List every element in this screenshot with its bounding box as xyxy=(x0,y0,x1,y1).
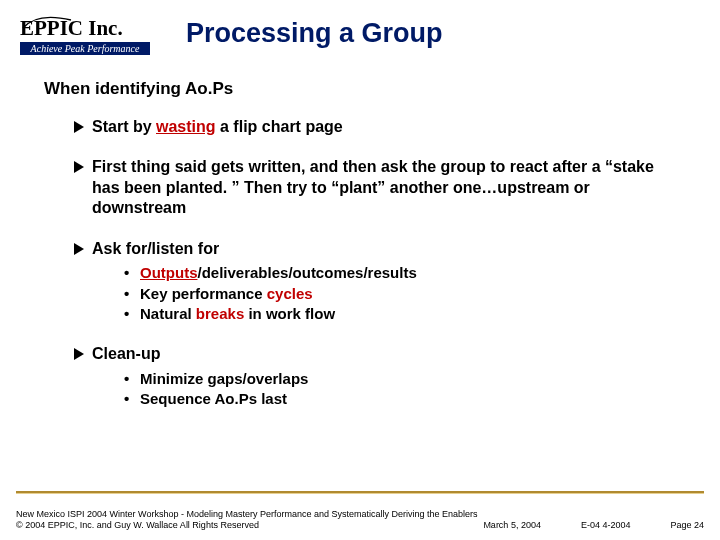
highlight-text: Outputs xyxy=(140,264,198,281)
bullet-3: Ask for/listen for Outputs/deliverables/… xyxy=(74,239,680,324)
slide-title: Processing a Group xyxy=(186,18,443,49)
sub-list: Minimize gaps/overlaps Sequence Ao.Ps la… xyxy=(92,365,680,410)
highlight-text: wasting xyxy=(156,118,216,135)
content: When identifying Ao.Ps Start by wasting … xyxy=(0,55,720,409)
sub-item: Minimize gaps/overlaps xyxy=(124,369,680,389)
text: Ask for/listen for xyxy=(92,240,219,257)
footer-date: March 5, 2004 xyxy=(463,520,541,532)
text: Key performance xyxy=(140,285,267,302)
text: a flip chart page xyxy=(216,118,343,135)
logo-tagline: Achieve Peak Performance xyxy=(20,42,150,55)
footer-page: Page 24 xyxy=(630,520,704,532)
text: Start by xyxy=(92,118,156,135)
intro-text: When identifying Ao.Ps xyxy=(44,79,680,99)
footer-copyright: © 2004 EPPIC, Inc. and Guy W. Wallace Al… xyxy=(16,520,259,532)
bullet-1: Start by wasting a flip chart page xyxy=(74,117,680,137)
text: Clean-up xyxy=(92,345,160,362)
sub-item: Natural breaks in work flow xyxy=(124,304,680,324)
text: in work flow xyxy=(244,305,335,322)
bullet-4: Clean-up Minimize gaps/overlaps Sequence… xyxy=(74,344,680,409)
footer-meta: © 2004 EPPIC, Inc. and Guy W. Wallace Al… xyxy=(16,520,704,532)
sub-item: Sequence Ao.Ps last xyxy=(124,389,680,409)
sub-list: Outputs/deliverables/outcomes/results Ke… xyxy=(92,259,680,324)
footer-divider xyxy=(16,491,704,494)
bullet-2: First thing said gets written, and then … xyxy=(74,157,680,218)
logo-name: EPPIC Inc. xyxy=(20,10,150,41)
footer-title: New Mexico ISPI 2004 Winter Workshop - M… xyxy=(16,509,704,521)
highlight-text: cycles xyxy=(267,285,313,302)
header: EPPIC Inc. Achieve Peak Performance Proc… xyxy=(0,0,720,55)
bullet-list: Start by wasting a flip chart page First… xyxy=(44,117,680,409)
highlight-text: breaks xyxy=(196,305,244,322)
text: /deliverables/outcomes/results xyxy=(198,264,417,281)
sub-item: Outputs/deliverables/outcomes/results xyxy=(124,263,680,283)
logo: EPPIC Inc. Achieve Peak Performance xyxy=(20,10,150,55)
footer: New Mexico ISPI 2004 Winter Workshop - M… xyxy=(16,509,704,532)
sub-item: Key performance cycles xyxy=(124,284,680,304)
text: Natural xyxy=(140,305,196,322)
footer-code: E-04 4-2004 xyxy=(541,520,631,532)
